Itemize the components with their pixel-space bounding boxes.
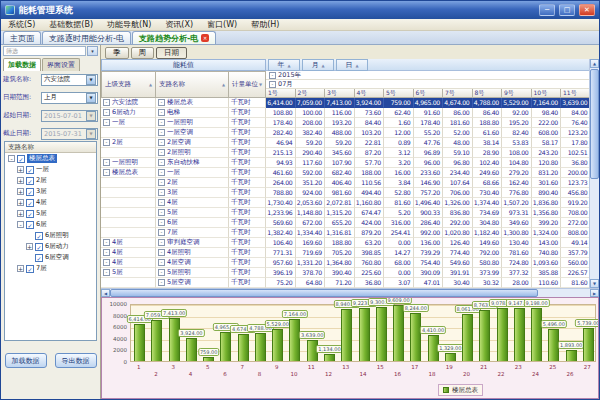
chart-bar[interactable] [497,308,508,361]
group-collapse-icon[interactable]: - [103,259,110,266]
cell-value[interactable]: 957.60 [266,258,296,268]
chart-bar[interactable] [255,333,266,361]
tree-item[interactable]: ✓6层空调 [5,252,96,263]
cell-value[interactable]: 304.80 [473,218,503,228]
collapse-icon[interactable]: - [8,155,15,162]
cell-value[interactable]: 38.14 [473,138,503,148]
tree-item[interactable]: ✓6层照明 [5,230,96,241]
cell-value[interactable]: 6,414.00 [266,98,296,108]
cell-value[interactable]: 919.20 [561,198,591,208]
cell-value[interactable]: 188.80 [473,118,503,128]
day-header-7号[interactable]: 7号 [443,89,473,98]
year-group-row[interactable]: - 2015年 [266,71,591,80]
row-collapse-icon[interactable]: - [158,199,165,206]
chart-bar[interactable] [583,328,594,361]
cell-value[interactable]: 12.00 [384,128,414,138]
cell-value[interactable]: 734.69 [473,208,503,218]
chart-bar[interactable] [359,308,370,361]
cell-value[interactable]: 46.94 [266,138,296,148]
cell-value[interactable]: 68.00 [384,258,414,268]
expand-icon[interactable]: + [17,210,24,217]
cell-value[interactable]: 286.40 [414,218,444,228]
cell-value[interactable]: 757.20 [414,188,444,198]
cell-value[interactable]: 836.80 [443,208,473,218]
load-data-button[interactable]: 加载数据 [5,353,47,368]
cell-value[interactable]: 102.51 [561,148,591,158]
chart-bar[interactable] [376,307,387,361]
cell-value[interactable]: 382.40 [296,128,326,138]
checkbox-checked[interactable]: ✓ [26,221,34,229]
dropdown-icon[interactable]: ▼ [86,75,96,85]
tree-item[interactable]: -✓6层 [5,219,96,230]
chart-bar[interactable] [238,334,249,361]
cell-value[interactable]: 28.90 [473,148,503,158]
cell-value[interactable]: 126.40 [443,238,473,248]
cell-value[interactable]: 94.93 [266,158,296,168]
cell-value[interactable]: 58.17 [532,138,562,148]
day-header-3号[interactable]: 3号 [325,89,355,98]
cell-value[interactable]: 754.40 [414,258,444,268]
chart-bar[interactable] [151,320,162,361]
scroll-up-icon[interactable]: ▲ [590,59,599,68]
cell-value[interactable]: 1,324.00 [532,228,562,238]
collapse-month-icon[interactable]: - [269,81,276,88]
cell-value[interactable]: 162.40 [502,178,532,188]
checkbox-checked[interactable]: ✓ [17,155,25,163]
cell-value[interactable]: 1,316.81 [325,228,355,238]
cell-value[interactable]: 0.00 [384,238,414,248]
cell-value[interactable]: 47.76 [414,138,444,148]
menu-item[interactable]: 功能导航(N) [100,19,158,30]
tree-item[interactable]: +✓6层动力 [5,241,96,252]
cell-value[interactable]: 1,730.40 [266,198,296,208]
cell-value[interactable]: 181.60 [443,118,473,128]
table-row[interactable]: -3层千瓦时788.80924.00981.60494.4052.80757.2… [101,188,591,198]
cell-value[interactable]: 188.80 [325,238,355,248]
cell-value[interactable]: 655.20 [325,218,355,228]
close-button[interactable]: ✕ [579,4,595,16]
cell-value[interactable]: 92.00 [502,108,532,118]
cell-value[interactable]: 879.20 [355,228,385,238]
chart-bar[interactable] [531,308,542,361]
chart-bar[interactable] [186,338,197,361]
cell-value[interactable]: 123.73 [561,178,591,188]
cell-value[interactable]: 14.27 [384,248,414,258]
chart-bar[interactable] [272,329,283,361]
cell-value[interactable]: 116.00 [325,108,355,118]
cell-value[interactable]: 399.20 [532,218,562,228]
row-collapse-icon[interactable]: - [158,139,165,146]
cell-value[interactable]: 1,496.40 [414,198,444,208]
cell-value[interactable]: 91.60 [414,108,444,118]
cell-value[interactable]: 682.40 [325,168,355,178]
cell-value[interactable]: 102.40 [473,158,503,168]
cell-value[interactable]: 81.60 [384,198,414,208]
cell-value[interactable]: 68.66 [473,178,503,188]
cell-value[interactable]: 107.90 [325,158,355,168]
cell-value[interactable]: 55.20 [414,128,444,138]
tab-2[interactable]: 支路逐时用能分析-电 [42,31,131,44]
cell-value[interactable]: 73.60 [355,108,385,118]
row-collapse-icon[interactable]: - [158,99,165,106]
period-button-日期[interactable]: 日期 [156,47,187,59]
row-collapse-icon[interactable]: - [158,239,165,246]
cell-value[interactable]: 981.60 [325,188,355,198]
cell-value[interactable]: 52.00 [443,128,473,138]
table-row[interactable]: -5层-5层照明千瓦时396.19378.70390.40225.600.003… [101,268,591,278]
day-header-6号[interactable]: 6号 [414,89,444,98]
cell-value[interactable]: 1,093.60 [532,258,562,268]
cell-value[interactable]: 390.40 [325,268,355,278]
expand-icon[interactable]: + [17,188,24,195]
cell-value[interactable]: 117.60 [296,158,326,168]
table-row[interactable]: -楼层总表-一层千瓦时461.60592.00682.40188.0016.00… [101,168,591,178]
cell-value[interactable]: 776.80 [502,188,532,198]
field-button-日[interactable]: 日▲ [336,59,368,71]
cell-value[interactable]: 17.80 [561,138,591,148]
cell-value[interactable]: 1,300.80 [502,228,532,238]
cell-value[interactable]: 96.00 [414,158,444,168]
cell-value[interactable]: 7,413.00 [325,98,355,108]
cell-value[interactable]: 740.80 [532,248,562,258]
cell-value[interactable]: 215.13 [266,148,296,158]
cell-value[interactable]: 5,529.00 [502,98,532,108]
cell-value[interactable]: 719.69 [296,248,326,258]
maximize-button[interactable]: □ [559,4,575,16]
chart-bar[interactable] [169,318,180,361]
